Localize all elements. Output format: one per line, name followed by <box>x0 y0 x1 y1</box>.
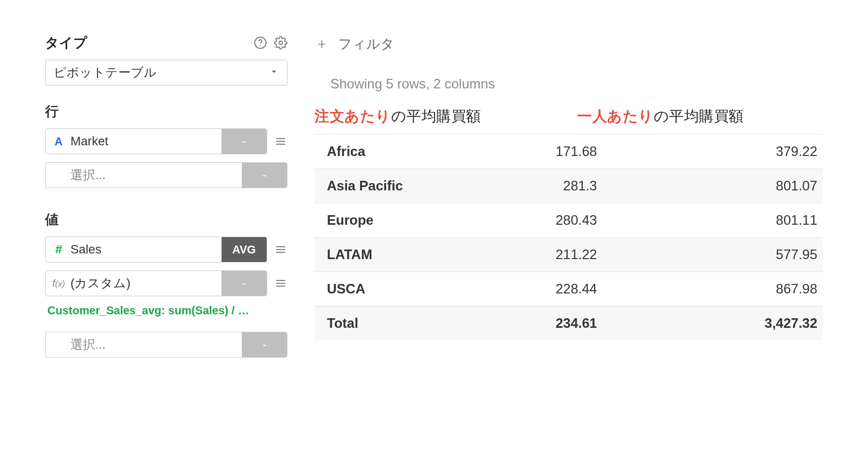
value-agg-button[interactable]: - <box>222 271 267 296</box>
svg-point-2 <box>279 41 282 44</box>
text-type-icon: A <box>52 135 65 148</box>
value-field-pill[interactable]: f(x)(カスタム)- <box>45 270 267 296</box>
table-row[interactable]: Africa171.68379.22 <box>315 135 823 169</box>
total-row: Total234.613,427.32 <box>315 306 823 341</box>
value-field-pill[interactable]: #SalesAVG <box>45 237 267 262</box>
plus-icon: ＋ <box>315 34 329 54</box>
row-name: USCA <box>315 272 477 306</box>
column-headers: 注文あたり の平均購買額 一人あたり の平均購買額 <box>315 106 823 126</box>
row-value-1: 171.68 <box>477 135 620 169</box>
row-name: LATAM <box>315 238 477 272</box>
chevron-down-icon <box>269 65 279 80</box>
drag-handle-icon[interactable] <box>274 277 287 290</box>
rows-label: 行 <box>45 103 287 121</box>
col1-rest: の平均購買額 <box>391 106 481 126</box>
total-value-1: 234.61 <box>477 306 620 341</box>
pivot-table: Africa171.68379.22Asia Pacific281.3801.0… <box>315 134 823 340</box>
row-name: Africa <box>315 135 477 169</box>
row-value-1: 280.43 <box>477 203 620 238</box>
table-row[interactable]: Europe280.43801.11 <box>315 203 823 238</box>
main-panel: ＋ フィルタ Showing 5 rows, 2 columns 注文あたり の… <box>315 34 845 366</box>
total-label: Total <box>315 306 477 341</box>
value-field-name: (カスタム) <box>70 275 131 292</box>
row-field-name: 選択... <box>70 167 105 184</box>
filter-label: フィルタ <box>338 35 395 53</box>
col2-rest: の平均購買額 <box>654 106 744 126</box>
viz-type-value: ピボットテーブル <box>54 64 157 81</box>
drag-handle-icon[interactable] <box>274 243 287 256</box>
value-field-name: Sales <box>70 242 101 257</box>
row-field-pill[interactable]: 選択...- <box>45 162 287 188</box>
row-value-2: 801.07 <box>619 169 823 203</box>
formula-text: Customer_Sales_avg: sum(Sales) / … <box>47 304 287 317</box>
svg-point-1 <box>260 45 261 46</box>
value-agg-button[interactable]: - <box>242 332 287 357</box>
table-row[interactable]: USCA228.44867.98 <box>315 272 823 306</box>
value-field-pill[interactable]: 選択...- <box>45 332 287 358</box>
row-value-2: 577.95 <box>619 238 823 272</box>
row-value-1: 228.44 <box>477 272 620 306</box>
row-field-name: Market <box>70 134 108 149</box>
table-row[interactable]: Asia Pacific281.3801.07 <box>315 169 823 203</box>
value-field-name: 選択... <box>70 336 105 353</box>
gear-icon[interactable] <box>274 36 287 50</box>
help-icon[interactable] <box>254 36 267 50</box>
config-sidebar: タイプ ピボットテーブル 行 AMarket-選択...- 値 #SalesAV… <box>45 34 287 366</box>
add-filter-button[interactable]: ＋ フィルタ <box>315 34 823 54</box>
function-type-icon: f(x) <box>52 278 65 290</box>
viz-type-select[interactable]: ピボットテーブル <box>45 60 287 86</box>
row-value-2: 801.11 <box>619 203 823 238</box>
value-agg-button[interactable]: AVG <box>222 237 267 262</box>
row-field-pill[interactable]: AMarket- <box>45 128 267 154</box>
row-agg-button[interactable]: - <box>242 163 287 188</box>
row-agg-button[interactable]: - <box>222 129 267 154</box>
table-row[interactable]: LATAM211.22577.95 <box>315 238 823 272</box>
row-value-1: 281.3 <box>477 169 620 203</box>
values-label: 値 <box>45 211 287 229</box>
col2-highlight: 一人あたり <box>577 106 654 126</box>
row-name: Europe <box>315 203 477 238</box>
row-value-2: 867.98 <box>619 272 823 306</box>
col1-highlight: 注文あたり <box>315 106 391 126</box>
row-value-1: 211.22 <box>477 238 620 272</box>
total-value-2: 3,427.32 <box>619 306 823 341</box>
drag-handle-icon[interactable] <box>274 135 287 148</box>
type-label: タイプ <box>45 34 87 52</box>
number-type-icon: # <box>52 242 65 257</box>
row-count-text: Showing 5 rows, 2 columns <box>330 76 823 92</box>
row-name: Asia Pacific <box>315 169 477 203</box>
row-value-2: 379.22 <box>619 135 823 169</box>
